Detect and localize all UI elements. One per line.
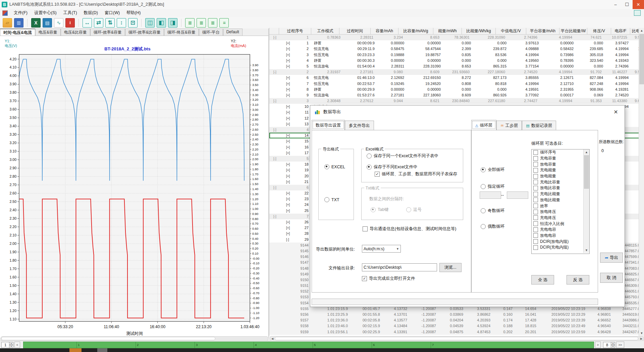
fit-range-icon[interactable]: ↕ — [117, 18, 126, 28]
cycle-field-item[interactable]: 放电容量 — [532, 161, 589, 167]
expand-icon[interactable]: [+] — [286, 231, 290, 236]
chart-tab-4[interactable]: 循环-效率&容量 — [90, 29, 125, 36]
pane-left-icon[interactable]: ◧ — [157, 18, 166, 28]
menu-item-数据D[interactable]: 数据(D) — [80, 9, 101, 17]
collapse-icon[interactable]: [-] — [273, 69, 276, 75]
expand-icon[interactable]: [+] — [286, 58, 290, 63]
cycle-field-item[interactable]: 放电比能量 — [532, 197, 589, 203]
expand-icon[interactable]: [+] — [286, 116, 290, 121]
expand-icon[interactable]: [+] — [286, 167, 290, 173]
step-row[interactable]: [+]1静置00:00:09.90.000000.000000.0000.000… — [269, 40, 644, 46]
select-all-button[interactable]: 全 选 — [531, 275, 554, 284]
dialog-tab-export-settings[interactable]: 数据导出设置 — [312, 120, 345, 130]
minimize-button[interactable]: – — [610, 0, 621, 9]
export-excel-icon[interactable]: X — [31, 18, 41, 28]
scroll-left-icon[interactable]: ◀ — [270, 337, 275, 340]
taskbar-item[interactable] — [69, 348, 82, 352]
expand-icon[interactable]: [+] — [286, 225, 290, 231]
page-tick-7[interactable]: 7 — [431, 342, 434, 348]
list-scrollbar[interactable]: ▲ ▼ — [583, 149, 589, 253]
chart-tab-3[interactable]: 电压&比容量 — [61, 29, 90, 36]
list-view-2-icon[interactable]: ≣ — [197, 18, 206, 28]
radio-txt[interactable]: TXT — [324, 197, 339, 202]
last-page-spinner[interactable]: ▲▼ — [611, 342, 615, 348]
collapse-icon[interactable]: [-] — [273, 127, 276, 133]
column-header[interactable]: 能量/mWh — [433, 28, 462, 35]
cycle-field-item[interactable]: 循环序号 — [532, 149, 589, 156]
step-row[interactable]: [+]6恒流充电01:46:13.02.12692212.691508.2728… — [269, 75, 644, 81]
chart-tab-7[interactable]: 循环-平台 — [199, 29, 223, 36]
expand-icon[interactable]: [+] — [286, 87, 290, 92]
page-tick-1[interactable]: 1 — [76, 342, 79, 348]
page-tick-5[interactable]: 5 — [313, 342, 316, 348]
column-header[interactable]: 容量/mAh — [371, 28, 398, 35]
radio-tab-key[interactable]: Tab键 — [371, 207, 389, 213]
chart-tab-1[interactable]: 时间-电压&电流 — [0, 29, 35, 36]
chart-tab-6[interactable]: 循环-终压&容量 — [164, 29, 199, 36]
step-row[interactable]: [+]5恒流放电01:54:00.42.28311228.310908.6538… — [269, 63, 644, 69]
expand-icon[interactable]: [+] — [286, 92, 290, 98]
expand-icon[interactable]: [+] — [286, 75, 290, 81]
scroll-up-icon[interactable]: ▲ — [639, 28, 644, 33]
browse-button[interactable]: 浏览... — [439, 263, 462, 272]
page-tick-4[interactable]: 4 — [254, 342, 257, 348]
close-button[interactable]: ✕ — [633, 0, 644, 9]
zoom-xy-icon[interactable]: ⇄ — [94, 18, 103, 28]
column-header[interactable]: 比容量/mAh/g — [398, 28, 433, 35]
cycle-field-item[interactable]: 充电电容 — [532, 227, 589, 233]
taskbar-item[interactable] — [97, 348, 107, 352]
cycle-field-item[interactable]: 放电能量 — [532, 173, 589, 179]
schedule-info-icon[interactable]: i — [65, 18, 75, 28]
vertical-scrollbar[interactable]: ▲ ▼ — [639, 28, 644, 336]
radio-specified-cycles[interactable]: 指定循环 — [481, 184, 504, 189]
collapse-icon[interactable]: [-] — [273, 185, 276, 190]
chart-tab-2[interactable]: 电压&容量 — [35, 29, 61, 36]
list-view-4-icon[interactable]: ≡ — [219, 18, 229, 28]
record-row[interactable]: 91581.01:23:46.000:02:15.94.13484-1.2008… — [269, 323, 644, 329]
radio-same-excel-file[interactable]: 保存于同一个Excel文件不同子表中 — [367, 153, 438, 159]
menu-item-帮助H[interactable]: 帮助(H) — [123, 9, 144, 17]
expand-icon[interactable]: [+] — [286, 81, 290, 87]
cycle-field-item[interactable]: 放电比容量 — [532, 185, 589, 191]
save-icon[interactable]: ▥ — [14, 18, 23, 28]
checkbox-layer-subsheets[interactable]: ✓循环层、工步层、数据层用不同子表保存 — [375, 171, 457, 177]
column-header[interactable]: 过程时间 — [339, 28, 371, 35]
step-row[interactable]: [+]4静置00:00:30.30.000000.000000.0000.000… — [269, 58, 644, 63]
dialog-close-icon[interactable]: ✕ — [612, 109, 620, 115]
radio-odd-cycles[interactable]: 奇数循环 — [481, 208, 504, 214]
go-last-button[interactable]: >> — [616, 342, 624, 348]
expand-icon[interactable]: [+] — [286, 162, 290, 167]
full-view-icon[interactable]: ⊡ — [128, 18, 138, 28]
expand-icon[interactable]: [+] — [286, 104, 290, 109]
cycle-field-item[interactable]: 充电终压 — [532, 215, 589, 221]
cycle-field-item[interactable]: 充电容量 — [532, 156, 589, 162]
expand-icon[interactable]: [+] — [286, 144, 290, 150]
scrollbar-thumb[interactable] — [275, 337, 638, 340]
expand-icon[interactable]: [+] — [286, 46, 290, 52]
chart-tab-8[interactable]: Default — [223, 29, 243, 36]
scroll-down-icon[interactable]: ▼ — [639, 331, 644, 336]
cycle-field-item[interactable]: 恒流冲入比例 — [532, 221, 589, 227]
column-header[interactable]: 过程序号 — [279, 28, 311, 35]
column-header[interactable]: 平台容量/mAh — [526, 28, 559, 35]
expand-icon[interactable]: [+] — [286, 190, 290, 196]
checkbox-open-after-export[interactable]: ✓导出完成后立即打开文件 — [362, 276, 415, 281]
current-page-input[interactable]: 1 — [1, 342, 9, 348]
record-row[interactable]: 91571.01:23:36.000:02:05.84.13577-1.2008… — [269, 317, 644, 323]
list-view-3-icon[interactable]: ≣ — [208, 18, 217, 28]
expand-icon[interactable]: [+] — [286, 196, 290, 202]
cycle-range-start-input[interactable] — [480, 191, 501, 199]
time-unit-select[interactable]: Auto(h:m:s)▼ — [362, 245, 401, 253]
step-row[interactable]: [+]8静置00:00:29.90.000000.000000.0000.000… — [269, 87, 644, 92]
dialog-tab-step-layer[interactable]: ♒工步层 — [496, 121, 522, 131]
chart-tab-5[interactable]: 循环-效率&比容量 — [125, 29, 164, 36]
expand-icon[interactable]: [+] — [286, 138, 290, 144]
expand-icon[interactable]: [+] — [286, 150, 290, 156]
expand-icon[interactable]: [+] — [286, 40, 290, 46]
menu-item-文件F[interactable]: 文件(F) — [10, 9, 31, 17]
cycle-field-item[interactable]: DCIR(充电内阻) — [532, 245, 589, 251]
checkbox-channel-info[interactable]: 导出通道信息(包括设备信息、测试时间信息等) — [363, 226, 456, 232]
column-header[interactable] — [269, 28, 279, 35]
cycle-field-item[interactable]: 充电比能量 — [532, 191, 589, 197]
expand-icon[interactable]: [+] — [286, 179, 290, 185]
